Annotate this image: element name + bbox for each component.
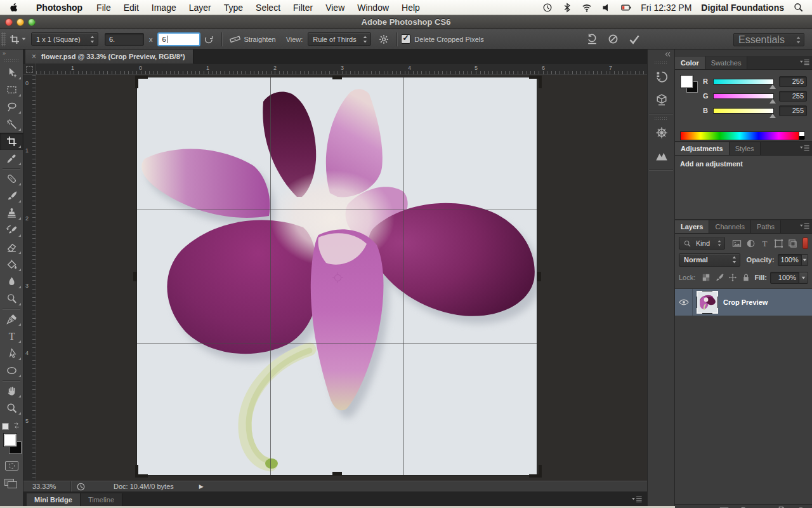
- tool-horizontal-type-tool[interactable]: [0, 328, 23, 345]
- adjustment-exposure-icon[interactable]: [754, 170, 767, 183]
- menu-image[interactable]: Image: [145, 3, 183, 13]
- tool-eraser-tool[interactable]: [0, 239, 23, 256]
- tool-zoom-tool[interactable]: [0, 399, 23, 417]
- slider-thumb[interactable]: [769, 96, 776, 104]
- adjustment-curves-icon[interactable]: [737, 170, 750, 183]
- default-colors-icon[interactable]: [2, 423, 9, 430]
- layer-visibility-eye-icon[interactable]: [675, 289, 693, 316]
- adjustment-posterize-icon[interactable]: [720, 203, 733, 216]
- battery-icon[interactable]: [621, 3, 631, 13]
- document-tab[interactable]: × flower.psd @ 33.3% (Crop Preview, RGB/…: [25, 50, 193, 64]
- menu-user-name[interactable]: Digital Foundations: [701, 3, 784, 13]
- fill-dropdown-button[interactable]: [799, 272, 808, 284]
- tool-rectangular-marquee-tool[interactable]: [0, 81, 23, 98]
- history-panel-icon[interactable]: [648, 65, 676, 88]
- crop-ratio-preset-dropdown[interactable]: 1 x 1 (Square): [31, 32, 98, 46]
- status-options-arrow[interactable]: ▶: [199, 483, 204, 490]
- adjustment-channel-mixer-icon[interactable]: [763, 187, 776, 199]
- channel-value-g[interactable]: 255: [779, 91, 807, 102]
- tool-history-brush-tool[interactable]: [0, 222, 23, 239]
- horizontal-ruler[interactable]: 101234567: [36, 64, 647, 75]
- filter-type-layers-icon[interactable]: [758, 237, 772, 249]
- tool-pen-tool[interactable]: [0, 311, 23, 328]
- adjustment-vibrance-icon[interactable]: [771, 170, 784, 183]
- layer-filter-toggle[interactable]: [802, 237, 808, 249]
- crop-handle-bottom-left[interactable]: [135, 465, 148, 478]
- tool-dodge-tool[interactable]: [0, 290, 23, 307]
- adjustment-hue-saturation-icon[interactable]: [695, 187, 707, 199]
- adjustment-gradient-map-icon[interactable]: [771, 203, 784, 216]
- menu-edit[interactable]: Edit: [117, 3, 145, 13]
- window-title-bar[interactable]: Adobe Photoshop CS6: [0, 15, 812, 29]
- tool-paint-bucket-tool[interactable]: [0, 256, 23, 273]
- crop-handle-top-right[interactable]: [529, 76, 542, 88]
- panel-menu-icon[interactable]: [800, 223, 809, 229]
- wifi-icon[interactable]: [582, 3, 592, 13]
- lock-position-icon[interactable]: [726, 272, 739, 283]
- tool-ellipse-tool[interactable]: [0, 362, 23, 379]
- lock-all-icon[interactable]: [739, 272, 752, 283]
- menu-clock[interactable]: Fri 12:32 PM: [641, 3, 691, 13]
- 3d-panel-icon[interactable]: [648, 88, 676, 111]
- lock-image-pixels-icon[interactable]: [712, 272, 726, 283]
- volume-icon[interactable]: [601, 3, 612, 13]
- channel-value-b[interactable]: 255: [779, 105, 807, 116]
- color-spectrum-ramp[interactable]: [680, 131, 799, 140]
- channel-slider-r[interactable]: [713, 79, 774, 84]
- tab-styles[interactable]: Styles: [730, 142, 761, 155]
- document-size-status[interactable]: Doc: 10.4M/0 bytes: [114, 483, 174, 490]
- menu-photoshop[interactable]: Photoshop: [30, 3, 90, 13]
- blend-mode-dropdown[interactable]: Normal: [679, 253, 740, 267]
- adjustment-brightness-contrast-icon[interactable]: [703, 170, 716, 183]
- crop-handle-bottom-right[interactable]: [529, 465, 542, 478]
- channel-slider-b[interactable]: [713, 108, 774, 114]
- vertical-ruler[interactable]: 012345: [23, 75, 36, 481]
- menu-window[interactable]: Window: [351, 3, 395, 13]
- crop-handle-top[interactable]: [332, 76, 342, 79]
- bluetooth-icon[interactable]: [562, 3, 572, 13]
- menu-type[interactable]: Type: [218, 3, 249, 13]
- opacity-value-field[interactable]: 100%: [778, 254, 802, 266]
- apple-menu-icon[interactable]: [9, 3, 18, 12]
- slider-thumb[interactable]: [769, 81, 776, 89]
- opacity-dropdown-button[interactable]: [801, 254, 808, 266]
- adjustment-color-balance-icon[interactable]: [712, 187, 724, 199]
- crop-handle-top-left[interactable]: [135, 76, 148, 88]
- bottom-panel-menu-icon[interactable]: [632, 496, 642, 503]
- collapse-tools-icon[interactable]: »: [0, 50, 23, 58]
- tab-channels[interactable]: Channels: [709, 220, 750, 233]
- adjustment-photo-filter-icon[interactable]: [746, 187, 759, 199]
- menu-layer[interactable]: Layer: [183, 3, 218, 13]
- crop-handle-left[interactable]: [133, 272, 137, 281]
- tool-lasso-tool[interactable]: [0, 98, 23, 116]
- adjustment-color-lookup-icon[interactable]: [780, 187, 793, 199]
- filter-adjustment-layers-icon[interactable]: [744, 237, 758, 249]
- menu-view[interactable]: View: [319, 3, 351, 13]
- foreground-color-chip[interactable]: [680, 75, 693, 88]
- expand-panels-icon[interactable]: [648, 50, 674, 60]
- straighten-icon[interactable]: [230, 34, 240, 44]
- tab-layers[interactable]: Layers: [675, 220, 709, 233]
- status-progress-icon[interactable]: [76, 482, 86, 491]
- adjustment-invert-icon[interactable]: [703, 203, 716, 216]
- screen-mode-button[interactable]: [4, 479, 14, 486]
- crop-tool-preset-button[interactable]: [10, 34, 26, 44]
- tool-brush-tool[interactable]: [0, 187, 23, 204]
- dock-grip[interactable]: [654, 117, 668, 120]
- foreground-color-swatch[interactable]: [3, 433, 17, 447]
- reset-crop-icon[interactable]: [587, 34, 598, 44]
- crop-width-field[interactable]: 6.: [105, 33, 144, 46]
- histogram-panel-icon[interactable]: [648, 144, 676, 167]
- swap-colors-icon[interactable]: [13, 422, 20, 429]
- ruler-origin-corner[interactable]: [23, 64, 36, 75]
- options-bar-grip[interactable]: [1, 32, 6, 46]
- tool-blur-tool[interactable]: [0, 273, 23, 290]
- tool-hand-tool[interactable]: [0, 382, 23, 399]
- close-document-icon[interactable]: ×: [32, 52, 36, 61]
- adjustment-selective-color-icon[interactable]: [754, 203, 767, 216]
- swap-crop-dimensions-icon[interactable]: [204, 34, 214, 44]
- crop-view-overlay-dropdown[interactable]: Rule of Thirds: [308, 32, 371, 46]
- straighten-button[interactable]: Straighten: [244, 36, 276, 43]
- layer-filter-kind-dropdown[interactable]: Kind: [679, 237, 725, 250]
- adjustment-threshold-icon[interactable]: [737, 203, 750, 216]
